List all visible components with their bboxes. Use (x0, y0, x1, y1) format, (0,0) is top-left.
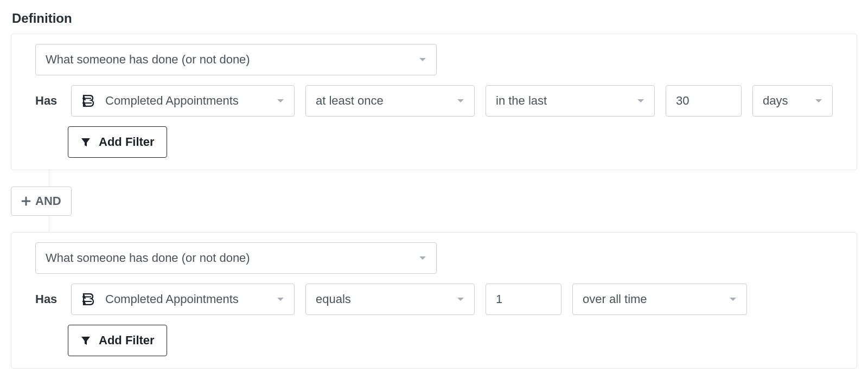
appointment-b-icon (81, 95, 97, 107)
and-condition-button[interactable]: AND (11, 186, 72, 216)
chevron-down-icon (411, 57, 426, 62)
number-input[interactable] (486, 284, 561, 315)
range-value: over all time (583, 292, 647, 306)
frequency-select[interactable]: equals (305, 284, 475, 315)
chevron-down-icon (269, 98, 284, 104)
rule-card: What someone has done (or not done) Has (11, 34, 857, 170)
chevron-down-icon (411, 255, 426, 261)
frequency-value: at least once (316, 94, 384, 108)
metric-select[interactable]: Completed Appointments (71, 284, 295, 315)
add-filter-label: Add Filter (99, 135, 155, 149)
unit-select[interactable]: days (752, 85, 833, 117)
range-select[interactable]: in the last (486, 85, 655, 117)
metric-value: Completed Appointments (105, 94, 239, 108)
plus-icon (21, 196, 31, 206)
range-value: in the last (496, 94, 547, 108)
metric-value: Completed Appointments (105, 292, 239, 306)
chevron-down-icon (449, 297, 464, 302)
rule-card: What someone has done (or not done) Has (11, 232, 857, 369)
filter-icon (80, 335, 91, 346)
definition-list: What someone has done (or not done) Has (11, 34, 857, 369)
and-label: AND (35, 194, 61, 208)
has-label: Has (35, 94, 60, 108)
add-filter-button[interactable]: Add Filter (68, 325, 167, 356)
chevron-down-icon (807, 98, 822, 104)
unit-value: days (763, 94, 788, 108)
frequency-select[interactable]: at least once (305, 85, 475, 117)
has-label: Has (35, 292, 60, 306)
rule-type-value: What someone has done (or not done) (46, 251, 250, 265)
add-filter-button[interactable]: Add Filter (68, 126, 167, 158)
frequency-value: equals (316, 292, 351, 306)
rule-type-select[interactable]: What someone has done (or not done) (35, 44, 437, 75)
rule-type-select[interactable]: What someone has done (or not done) (35, 242, 437, 274)
chevron-down-icon (722, 297, 737, 302)
chevron-down-icon (449, 98, 464, 104)
metric-select[interactable]: Completed Appointments (71, 85, 295, 117)
rule-type-value: What someone has done (or not done) (46, 53, 250, 67)
appointment-b-icon (81, 293, 97, 305)
chevron-down-icon (269, 297, 284, 302)
chevron-down-icon (629, 98, 644, 104)
number-input[interactable] (666, 85, 742, 117)
filter-icon (80, 137, 91, 147)
section-title: Definition (12, 11, 857, 26)
range-select[interactable]: over all time (572, 284, 747, 315)
add-filter-label: Add Filter (99, 333, 155, 348)
